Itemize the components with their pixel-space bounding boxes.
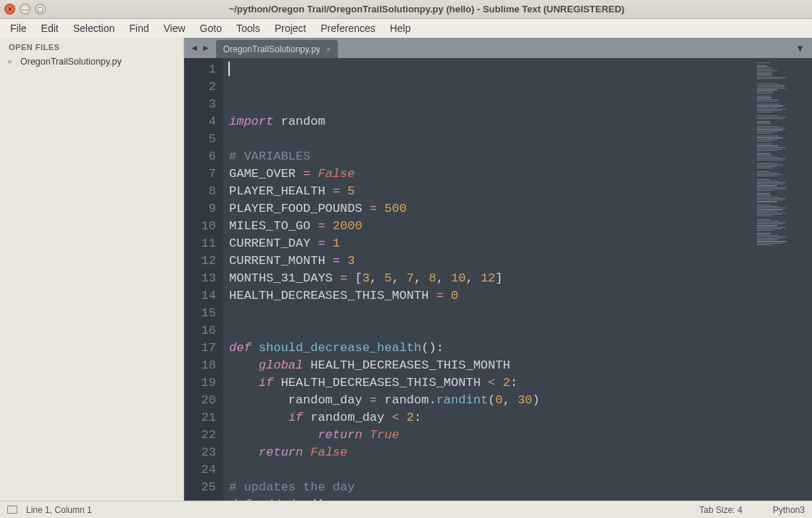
- window-title: ~/python/Oregon Trail/OregonTrailSolutio…: [46, 4, 808, 15]
- line-gutter: 1234567891011121314151617181920212223242…: [184, 58, 223, 501]
- sidebar-item-close-icon[interactable]: ×: [7, 57, 16, 66]
- tab-row: ◄ ► OregonTrailSolutionpy.py × ▼: [184, 38, 812, 58]
- code-line: [229, 131, 753, 148]
- editor-pane: ◄ ► OregonTrailSolutionpy.py × ▼ 1234567…: [184, 38, 812, 501]
- titlebar[interactable]: ✕ — ▢ ~/python/Oregon Trail/OregonTrailS…: [0, 0, 812, 19]
- tab-label: OregonTrailSolutionpy.py: [223, 44, 320, 54]
- code-line: HEALTH_DECREASES_THIS_MONTH = 0: [229, 287, 753, 305]
- menu-find[interactable]: Find: [123, 21, 154, 36]
- code-line: global HEALTH_DECREASES_THIS_MONTH: [229, 357, 753, 374]
- statusbar: Line 1, Column 1 Tab Size: 4 Python3: [0, 501, 812, 518]
- text-cursor: [228, 62, 230, 76]
- code-line: import random: [229, 113, 753, 131]
- menu-project[interactable]: Project: [269, 21, 312, 36]
- content-area: OPEN FILES ×OregonTrailSolutionpy.py ◄ ►…: [0, 38, 812, 501]
- code-line: # updates the day: [229, 479, 753, 496]
- menubar: FileEditSelectionFindViewGotoToolsProjec…: [0, 19, 812, 38]
- code-line: CURRENT_MONTH = 3: [229, 252, 753, 270]
- tab-nav-left-icon[interactable]: ◄: [190, 43, 199, 53]
- code-line: [229, 461, 753, 479]
- code-line: MONTHS_31_DAYS = [3, 5, 7, 8, 10, 12]: [229, 270, 753, 287]
- sidebar-header: OPEN FILES: [0, 38, 183, 55]
- code-line: return True: [229, 427, 753, 444]
- sidebar-item-label: OregonTrailSolutionpy.py: [20, 57, 122, 67]
- window-close-button[interactable]: ✕: [4, 4, 15, 15]
- window-maximize-button[interactable]: ▢: [35, 4, 46, 15]
- menu-goto[interactable]: Goto: [194, 21, 228, 36]
- status-cursor-position: Line 1, Column 1: [26, 505, 92, 515]
- tab-nav-right-icon[interactable]: ►: [202, 43, 210, 53]
- code-line: CURRENT_DAY = 1: [229, 235, 753, 252]
- tab-active[interactable]: OregonTrailSolutionpy.py ×: [216, 40, 339, 58]
- app-window: ✕ — ▢ ~/python/Oregon Trail/OregonTrailS…: [0, 0, 812, 518]
- menu-preferences[interactable]: Preferences: [315, 21, 381, 36]
- code-line: GAME_OVER = False: [229, 165, 753, 183]
- tab-nav: ◄ ►: [184, 38, 216, 58]
- panel-toggle-icon[interactable]: [7, 506, 17, 514]
- menu-tools[interactable]: Tools: [231, 21, 266, 36]
- window-controls: ✕ — ▢: [4, 4, 46, 15]
- sidebar-item[interactable]: ×OregonTrailSolutionpy.py: [0, 55, 183, 68]
- sidebar: OPEN FILES ×OregonTrailSolutionpy.py: [0, 38, 184, 501]
- code-line: [229, 322, 753, 340]
- code-line: return False: [229, 444, 753, 461]
- code-line: PLAYER_HEALTH = 5: [229, 183, 753, 200]
- code-line: def should_decrease_health():: [229, 340, 753, 357]
- menu-edit[interactable]: Edit: [36, 21, 65, 36]
- code-line: [229, 305, 753, 322]
- code-line: MILES_TO_GO = 2000: [229, 218, 753, 235]
- code-line: if HEALTH_DECREASES_THIS_MONTH < 2:: [229, 374, 753, 392]
- code-area[interactable]: import random # VARIABLESGAME_OVER = Fal…: [223, 58, 753, 501]
- menu-help[interactable]: Help: [384, 21, 417, 36]
- code-line: PLAYER_FOOD_POUNDS = 500: [229, 200, 753, 218]
- tab-close-icon[interactable]: ×: [326, 45, 331, 54]
- status-tab-size[interactable]: Tab Size: 4: [700, 505, 742, 515]
- menu-file[interactable]: File: [4, 21, 33, 36]
- minimap[interactable]: [753, 58, 812, 501]
- status-language[interactable]: Python3: [773, 505, 805, 515]
- window-minimize-button[interactable]: —: [20, 4, 30, 15]
- code-line: random_day = random.randint(0, 30): [229, 392, 753, 409]
- menu-view[interactable]: View: [158, 21, 191, 36]
- editor-body: 1234567891011121314151617181920212223242…: [184, 58, 812, 501]
- code-line: # VARIABLES: [229, 148, 753, 165]
- code-line: if random_day < 2:: [229, 409, 753, 427]
- code-line: def add_day():: [229, 496, 753, 501]
- tab-dropdown-icon[interactable]: ▼: [788, 38, 812, 58]
- menu-selection[interactable]: Selection: [67, 21, 121, 36]
